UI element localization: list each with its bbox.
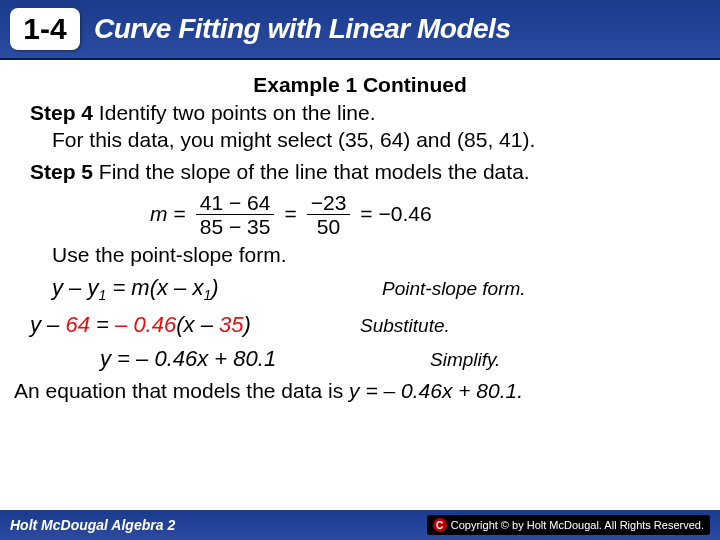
use-point-slope: Use the point-slope form. — [52, 242, 690, 268]
conclusion-b: y = – 0.46x + 80.1. — [349, 379, 523, 402]
eq2-c: = — [90, 312, 115, 337]
slide-footer: Holt McDougal Algebra 2 C Copyright © by… — [0, 510, 720, 540]
equation-2-note: Substitute. — [360, 314, 450, 338]
eq1-sub1: 1 — [98, 288, 106, 304]
example-heading: Example 1 Continued — [30, 72, 690, 98]
equals-sign: = — [174, 201, 186, 227]
equation-3: y = – 0.46x + 80.1 — [30, 345, 430, 373]
frac2-num: −23 — [307, 191, 351, 215]
slope-result: −0.46 — [379, 201, 432, 227]
slide-title: Curve Fitting with Linear Models — [94, 13, 510, 45]
eq2-a: y – — [30, 312, 65, 337]
slope-m: m — [150, 201, 168, 227]
frac2-den: 50 — [313, 215, 344, 238]
eq1-rhs: ) — [211, 275, 218, 300]
slide-header: 1-4 Curve Fitting with Linear Models — [0, 0, 720, 60]
equation-2: y – 64 = – 0.46(x – 35) — [30, 311, 360, 339]
eq1-mid: = m(x – x — [112, 275, 203, 300]
equation-2-row: y – 64 = – 0.46(x – 35) Substitute. — [30, 311, 690, 339]
footer-copyright-text: Copyright © by Holt McDougal. All Rights… — [451, 519, 704, 531]
copyright-icon: C — [433, 518, 447, 532]
chapter-badge: 1-4 — [10, 8, 80, 50]
equation-1: y – y1 = m(x – x1) — [52, 274, 382, 305]
step-4-label: Step 4 — [30, 101, 93, 124]
step-5-label: Step 5 — [30, 160, 93, 183]
slope-equation: m = 41 − 64 85 − 35 = −23 50 = −0.46 — [150, 191, 690, 238]
step-5-block: Step 5 Find the slope of the line that m… — [30, 159, 690, 185]
frac1-num: 41 − 64 — [196, 191, 275, 215]
equation-1-row: y – y1 = m(x – x1) Point-slope form. — [52, 274, 690, 305]
step-4-detail: For this data, you might select (35, 64)… — [52, 127, 690, 153]
eq2-g: ) — [243, 312, 250, 337]
eq2-b: 64 — [65, 312, 89, 337]
step-4-text: Identify two points on the line. — [93, 101, 376, 124]
slide-content: Example 1 Continued Step 4 Identify two … — [0, 60, 720, 405]
equation-3-note: Simplify. — [430, 348, 500, 372]
equals-sign: = — [360, 201, 372, 227]
equation-3-row: y = – 0.46x + 80.1 Simplify. — [30, 345, 690, 373]
eq2-e: (x – — [176, 312, 219, 337]
equals-sign: = — [284, 201, 296, 227]
eq1-lhs: y – y — [52, 275, 98, 300]
step-5-text: Find the slope of the line that models t… — [93, 160, 530, 183]
footer-copyright: C Copyright © by Holt McDougal. All Righ… — [427, 515, 710, 535]
frac1-den: 85 − 35 — [196, 215, 275, 238]
eq2-f: 35 — [219, 312, 243, 337]
step-4-block: Step 4 Identify two points on the line. … — [30, 100, 690, 153]
conclusion-a: An equation that models the data is — [14, 379, 349, 402]
fraction-2: −23 50 — [307, 191, 351, 238]
footer-brand: Holt McDougal Algebra 2 — [10, 517, 175, 533]
conclusion: An equation that models the data is y = … — [14, 378, 690, 404]
fraction-1: 41 − 64 85 − 35 — [196, 191, 275, 238]
equation-1-note: Point-slope form. — [382, 277, 526, 301]
eq2-d: – 0.46 — [115, 312, 176, 337]
